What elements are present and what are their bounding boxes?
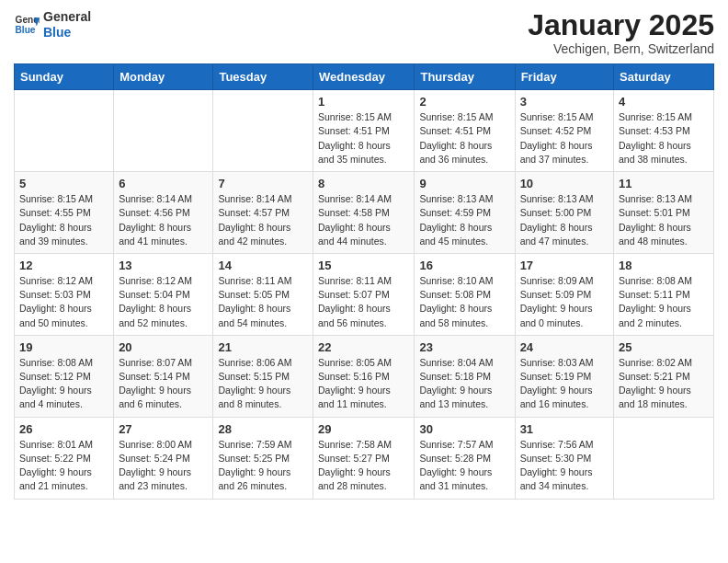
location: Vechigen, Bern, Switzerland [528, 41, 714, 56]
day-info: Sunrise: 8:15 AMSunset: 4:53 PMDaylight:… [619, 110, 709, 167]
day-number: 20 [119, 340, 208, 354]
day-number: 22 [318, 340, 409, 354]
day-info: Sunrise: 8:01 AMSunset: 5:22 PMDaylight:… [19, 438, 108, 494]
day-number: 10 [520, 177, 609, 190]
calendar-cell [614, 417, 714, 499]
calendar-cell [213, 90, 313, 172]
week-row-1: 1Sunrise: 8:15 AMSunset: 4:51 PMDaylight… [15, 90, 714, 172]
day-info: Sunrise: 8:05 AMSunset: 5:16 PMDaylight:… [318, 356, 409, 412]
calendar-cell: 23Sunrise: 8:04 AMSunset: 5:18 PMDayligh… [415, 335, 515, 417]
day-info: Sunrise: 8:06 AMSunset: 5:15 PMDaylight:… [218, 356, 308, 412]
day-info: Sunrise: 8:13 AMSunset: 4:59 PMDaylight:… [419, 192, 509, 248]
column-header-sunday: Sunday [15, 64, 114, 90]
header-row: SundayMondayTuesdayWednesdayThursdayFrid… [15, 64, 714, 90]
week-row-3: 12Sunrise: 8:12 AMSunset: 5:03 PMDayligh… [15, 253, 714, 335]
day-info: Sunrise: 8:15 AMSunset: 4:52 PMDaylight:… [520, 110, 609, 167]
calendar-cell: 1Sunrise: 8:15 AMSunset: 4:51 PMDaylight… [313, 90, 415, 172]
day-number: 29 [318, 422, 409, 436]
day-info: Sunrise: 7:58 AMSunset: 5:27 PMDaylight:… [318, 438, 409, 494]
day-info: Sunrise: 8:13 AMSunset: 5:00 PMDaylight:… [520, 192, 609, 248]
calendar-cell: 2Sunrise: 8:15 AMSunset: 4:51 PMDaylight… [415, 90, 515, 172]
day-number: 16 [419, 259, 509, 272]
column-header-friday: Friday [515, 64, 613, 90]
title-block: January 2025 Vechigen, Bern, Switzerland [528, 9, 714, 56]
calendar-cell: 6Sunrise: 8:14 AMSunset: 4:56 PMDaylight… [114, 172, 213, 254]
week-row-4: 19Sunrise: 8:08 AMSunset: 5:12 PMDayligh… [15, 335, 714, 417]
day-info: Sunrise: 8:13 AMSunset: 5:01 PMDaylight:… [619, 192, 709, 248]
column-header-wednesday: Wednesday [313, 64, 415, 90]
day-info: Sunrise: 8:09 AMSunset: 5:09 PMDaylight:… [520, 274, 609, 330]
day-number: 27 [119, 422, 208, 436]
day-number: 28 [218, 422, 308, 436]
day-info: Sunrise: 8:15 AMSunset: 4:55 PMDaylight:… [19, 192, 108, 248]
day-info: Sunrise: 8:04 AMSunset: 5:18 PMDaylight:… [419, 356, 509, 412]
calendar-cell: 7Sunrise: 8:14 AMSunset: 4:57 PMDaylight… [213, 172, 313, 254]
day-info: Sunrise: 8:14 AMSunset: 4:57 PMDaylight:… [218, 192, 308, 248]
day-number: 4 [619, 95, 709, 109]
calendar-page: General Blue General Blue January 2025 V… [0, 0, 728, 513]
column-header-saturday: Saturday [614, 64, 714, 90]
calendar-cell: 9Sunrise: 8:13 AMSunset: 4:59 PMDaylight… [415, 172, 515, 254]
calendar-cell: 29Sunrise: 7:58 AMSunset: 5:27 PMDayligh… [313, 417, 415, 499]
calendar-cell: 27Sunrise: 8:00 AMSunset: 5:24 PMDayligh… [114, 417, 213, 499]
calendar-cell: 16Sunrise: 8:10 AMSunset: 5:08 PMDayligh… [415, 253, 515, 335]
calendar-table: SundayMondayTuesdayWednesdayThursdayFrid… [14, 63, 714, 499]
logo: General Blue General Blue [14, 9, 91, 40]
calendar-cell: 11Sunrise: 8:13 AMSunset: 5:01 PMDayligh… [614, 172, 714, 254]
calendar-cell: 10Sunrise: 8:13 AMSunset: 5:00 PMDayligh… [515, 172, 613, 254]
day-number: 11 [619, 177, 709, 190]
calendar-cell: 14Sunrise: 8:11 AMSunset: 5:05 PMDayligh… [213, 253, 313, 335]
day-number: 19 [19, 340, 108, 354]
calendar-cell [15, 90, 114, 172]
day-number: 13 [119, 259, 208, 272]
month-title: January 2025 [528, 9, 714, 41]
day-number: 1 [318, 95, 409, 109]
day-number: 14 [218, 259, 308, 272]
day-info: Sunrise: 8:11 AMSunset: 5:05 PMDaylight:… [218, 274, 308, 330]
day-number: 15 [318, 259, 409, 272]
day-info: Sunrise: 8:14 AMSunset: 4:58 PMDaylight:… [318, 192, 409, 248]
day-info: Sunrise: 7:57 AMSunset: 5:28 PMDaylight:… [419, 438, 509, 494]
calendar-cell: 20Sunrise: 8:07 AMSunset: 5:14 PMDayligh… [114, 335, 213, 417]
day-info: Sunrise: 8:08 AMSunset: 5:11 PMDaylight:… [619, 274, 709, 330]
day-number: 30 [419, 422, 509, 436]
calendar-cell: 8Sunrise: 8:14 AMSunset: 4:58 PMDaylight… [313, 172, 415, 254]
day-number: 17 [520, 259, 609, 272]
calendar-cell [114, 90, 213, 172]
calendar-cell: 18Sunrise: 8:08 AMSunset: 5:11 PMDayligh… [614, 253, 714, 335]
day-number: 7 [218, 177, 308, 190]
column-header-thursday: Thursday [415, 64, 515, 90]
day-info: Sunrise: 8:07 AMSunset: 5:14 PMDaylight:… [119, 356, 208, 412]
calendar-cell: 22Sunrise: 8:05 AMSunset: 5:16 PMDayligh… [313, 335, 415, 417]
day-info: Sunrise: 8:12 AMSunset: 5:03 PMDaylight:… [19, 274, 108, 330]
day-number: 6 [119, 177, 208, 190]
calendar-cell: 5Sunrise: 8:15 AMSunset: 4:55 PMDaylight… [15, 172, 114, 254]
day-info: Sunrise: 7:59 AMSunset: 5:25 PMDaylight:… [218, 438, 308, 494]
calendar-cell: 12Sunrise: 8:12 AMSunset: 5:03 PMDayligh… [15, 253, 114, 335]
day-number: 12 [19, 259, 108, 272]
week-row-2: 5Sunrise: 8:15 AMSunset: 4:55 PMDaylight… [15, 172, 714, 254]
day-info: Sunrise: 8:10 AMSunset: 5:08 PMDaylight:… [419, 274, 509, 330]
day-number: 2 [419, 95, 509, 109]
day-info: Sunrise: 7:56 AMSunset: 5:30 PMDaylight:… [520, 438, 609, 494]
calendar-cell: 13Sunrise: 8:12 AMSunset: 5:04 PMDayligh… [114, 253, 213, 335]
column-header-tuesday: Tuesday [213, 64, 313, 90]
calendar-cell: 25Sunrise: 8:02 AMSunset: 5:21 PMDayligh… [614, 335, 714, 417]
day-number: 21 [218, 340, 308, 354]
logo-icon: General Blue [14, 12, 40, 38]
logo-blue-text: Blue [43, 25, 91, 40]
day-info: Sunrise: 8:08 AMSunset: 5:12 PMDaylight:… [19, 356, 108, 412]
calendar-cell: 3Sunrise: 8:15 AMSunset: 4:52 PMDaylight… [515, 90, 613, 172]
calendar-cell: 4Sunrise: 8:15 AMSunset: 4:53 PMDaylight… [614, 90, 714, 172]
svg-text:Blue: Blue [16, 25, 36, 35]
calendar-cell: 24Sunrise: 8:03 AMSunset: 5:19 PMDayligh… [515, 335, 613, 417]
week-row-5: 26Sunrise: 8:01 AMSunset: 5:22 PMDayligh… [15, 417, 714, 499]
calendar-cell: 21Sunrise: 8:06 AMSunset: 5:15 PMDayligh… [213, 335, 313, 417]
calendar-cell: 17Sunrise: 8:09 AMSunset: 5:09 PMDayligh… [515, 253, 613, 335]
day-number: 18 [619, 259, 709, 272]
calendar-cell: 19Sunrise: 8:08 AMSunset: 5:12 PMDayligh… [15, 335, 114, 417]
day-number: 8 [318, 177, 409, 190]
day-number: 25 [619, 340, 709, 354]
day-info: Sunrise: 8:11 AMSunset: 5:07 PMDaylight:… [318, 274, 409, 330]
calendar-cell: 31Sunrise: 7:56 AMSunset: 5:30 PMDayligh… [515, 417, 613, 499]
